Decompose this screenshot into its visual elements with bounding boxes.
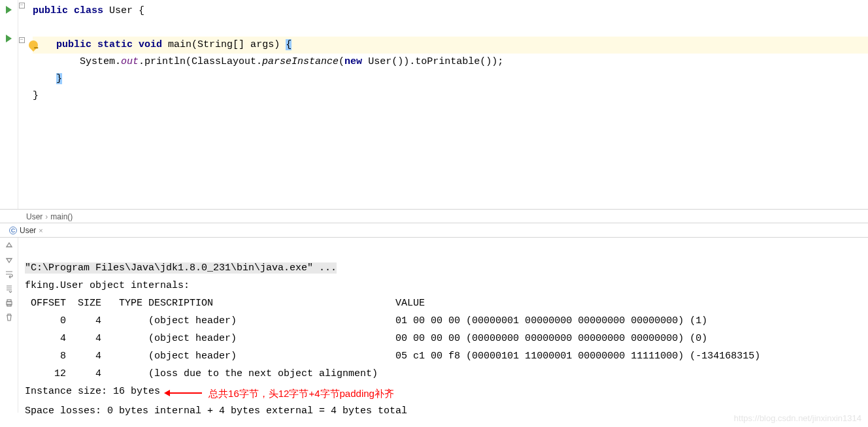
command-line: "C:\Program Files\Java\jdk1.8.0_231\bin\…	[25, 262, 337, 274]
watermark: https://blog.csdn.net/jinxinxin1314	[734, 413, 861, 423]
output-row: 8 4 (object header) 05 c1 00 f8 (0000010…	[25, 351, 760, 362]
class-icon: C	[9, 227, 17, 234]
code-line: }	[33, 87, 868, 104]
scroll-to-end-icon[interactable]	[4, 283, 14, 294]
matching-brace: }	[56, 73, 62, 84]
arrow-up-icon[interactable]	[4, 240, 14, 251]
run-tab-bar: C User ×	[0, 223, 868, 238]
fold-toggle-icon[interactable]: −	[19, 37, 25, 43]
chevron-right-icon: ›	[45, 212, 48, 221]
code-editor[interactable]: public class User { public static void m…	[25, 0, 868, 209]
output-header: OFFSET SIZE TYPE DESCRIPTION VALUE	[25, 298, 425, 309]
output-row: 12 4 (loss due to the next object alignm…	[25, 368, 378, 379]
run-tab[interactable]: C User ×	[4, 225, 48, 236]
fold-toggle-icon[interactable]: −	[19, 3, 25, 8]
arrow-down-icon[interactable]	[4, 255, 14, 265]
output-line: fking.User object internals:	[25, 280, 190, 291]
run-line-icon[interactable]	[0, 3, 18, 17]
code-line: System.out.println(ClassLayout.parseInst…	[33, 54, 868, 71]
tab-label: User	[20, 226, 36, 235]
console-output[interactable]: "C:\Program Files\Java\jdk1.8.0_231\bin\…	[18, 238, 868, 413]
fold-gutter: − −	[18, 0, 25, 209]
editor-gutter	[0, 0, 18, 209]
instance-size-line: Instance size: 16 bytes	[25, 386, 160, 397]
run-line-icon[interactable]	[0, 31, 18, 46]
soft-wrap-icon[interactable]	[4, 269, 14, 279]
print-icon[interactable]	[4, 298, 14, 308]
arrow-left-icon	[169, 392, 202, 394]
breadcrumb-item[interactable]: User	[26, 212, 42, 221]
breadcrumb-item[interactable]: main()	[50, 212, 73, 221]
output-row: 4 4 (object header) 00 00 00 00 (0000000…	[25, 333, 707, 344]
trash-icon[interactable]	[4, 312, 14, 323]
output-line: Space losses: 0 bytes internal + 4 bytes…	[25, 405, 407, 417]
code-line: public class User {	[33, 3, 868, 20]
blank-line	[33, 20, 868, 37]
matching-brace: {	[286, 39, 292, 50]
console-pane: "C:\Program Files\Java\jdk1.8.0_231\bin\…	[0, 238, 868, 413]
gutter-spacer	[0, 17, 18, 31]
console-toolbar	[0, 238, 18, 413]
svg-rect-1	[7, 300, 11, 302]
close-icon[interactable]: ×	[39, 227, 42, 234]
editor-pane: − − public class User { public static vo…	[0, 0, 868, 210]
code-line: }	[33, 71, 868, 87]
code-line-highlighted: public static void main(String[] args) {	[33, 37, 868, 54]
breadcrumb: User › main()	[0, 210, 868, 223]
annotation: 总共16字节，头12字节+4字节padding补齐	[160, 385, 394, 402]
output-row: 0 4 (object header) 01 00 00 00 (0000000…	[25, 315, 707, 326]
